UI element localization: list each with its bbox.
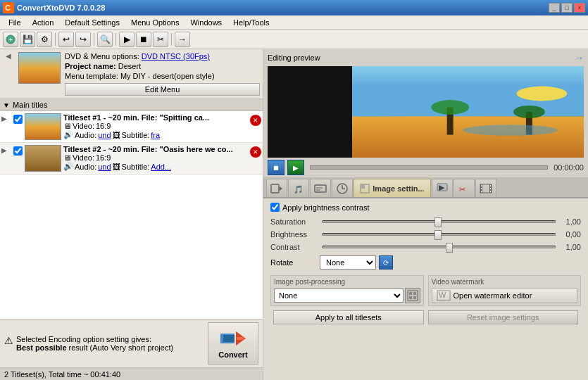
reset-image-button[interactable]: Reset image settings xyxy=(428,310,579,324)
rotate-select[interactable]: None 90° 180° 270° xyxy=(320,255,376,270)
title-1-checkbox[interactable] xyxy=(13,115,23,124)
contrast-track[interactable] xyxy=(323,246,556,248)
project-name-line: Project name: Desert xyxy=(65,62,260,70)
tab-audio[interactable]: 🎵 xyxy=(288,179,309,197)
toolbar-save[interactable]: 💾 xyxy=(20,32,35,47)
watermark-icon: W xyxy=(437,290,451,301)
title-1-subtitle-link[interactable]: fra xyxy=(151,131,160,139)
title-2-audio-link[interactable]: und xyxy=(98,163,111,171)
section-expand-arrow[interactable]: ▼ xyxy=(3,101,10,109)
saturation-track[interactable] xyxy=(323,220,556,223)
toolbar-settings[interactable]: ⚙ xyxy=(37,32,52,47)
video-icon: 🖥 xyxy=(63,122,71,130)
svg-rect-43 xyxy=(409,296,412,299)
menu-template-line: Menu template: My DIY - desert(open styl… xyxy=(65,72,260,80)
toolbar-play[interactable]: ▶ xyxy=(119,32,135,47)
toolbar-cut[interactable]: ✂ xyxy=(153,32,168,47)
title-2-remove-button[interactable]: ✕ xyxy=(250,146,261,158)
main-titles-header: ▼ Main titles xyxy=(0,99,263,111)
tab-subtitles[interactable] xyxy=(310,179,331,197)
title-1-expand[interactable]: ▶ xyxy=(1,113,11,122)
app-icon: C xyxy=(3,2,14,13)
title-1-remove-button[interactable]: ✕ xyxy=(250,115,261,126)
brightness-contrast-row: Apply brightness contrast xyxy=(270,203,581,212)
saturation-value: 1,00 xyxy=(558,217,581,226)
toolbar-redo[interactable]: ↪ xyxy=(75,32,91,47)
apply-brightness-checkbox[interactable] xyxy=(270,203,280,212)
svg-point-14 xyxy=(513,106,545,118)
dvd-options: ◀ DVD & Menu options: DVD NTSC (30Fps) P… xyxy=(0,49,263,99)
svg-rect-9 xyxy=(352,117,584,158)
svg-rect-26 xyxy=(361,184,365,189)
brightness-track[interactable] xyxy=(323,233,556,236)
preview-header: Editing preview → xyxy=(263,49,588,66)
toolbar-zoom[interactable]: 🔍 xyxy=(97,32,113,47)
footer-status: 2 Titleset(s), Total time ~ 00:41:40 xyxy=(0,367,263,380)
dvd-format-link[interactable]: DVD NTSC (30Fps) xyxy=(142,52,210,61)
title-2-checkbox[interactable] xyxy=(13,146,23,156)
title-1-audio: 🔊 Audio: und 🖼 Subtitle: fra xyxy=(63,130,248,139)
menu-default-settings[interactable]: Default Settings xyxy=(59,17,125,28)
tab-chapters[interactable] xyxy=(332,179,353,197)
rotate-action-button[interactable]: ⟳ xyxy=(379,255,393,270)
brightness-thumb[interactable] xyxy=(434,230,442,240)
seekbar[interactable] xyxy=(310,165,548,170)
stop-button[interactable]: ⏹ xyxy=(268,160,284,175)
apply-to-all-button[interactable]: Apply to all titlesets xyxy=(273,310,424,324)
tab-video[interactable] xyxy=(266,179,287,197)
toolbar-add[interactable]: + xyxy=(3,32,18,47)
maximize-button[interactable]: □ xyxy=(561,3,573,13)
bottom-bar: ⚠ Selected Encoding option setting gives… xyxy=(0,319,263,367)
rotate-row: Rotate None 90° 180° 270° ⟳ xyxy=(270,255,581,270)
menu-file[interactable]: File xyxy=(3,17,27,28)
post-processing-select[interactable]: None xyxy=(274,289,404,303)
preview-arrow-icon: → xyxy=(574,52,584,63)
dvd-info: DVD & Menu options: DVD NTSC (30Fps) Pro… xyxy=(65,52,260,96)
watermark-title: Video watermark xyxy=(432,278,578,286)
title-2-video: 🖥 Video: 16:9 xyxy=(63,153,248,162)
svg-rect-34 xyxy=(481,185,482,186)
tab-image-settings[interactable]: Image settin... xyxy=(354,179,431,197)
menu-help[interactable]: Help/Tools xyxy=(227,17,275,28)
status-text: Selected Encoding option setting gives: … xyxy=(16,335,173,352)
saturation-thumb[interactable] xyxy=(434,217,442,227)
brightness-row: Brightness 0,00 xyxy=(270,230,581,239)
tab-film[interactable] xyxy=(475,179,496,197)
title-2-expand[interactable]: ▶ xyxy=(1,145,11,154)
minimize-button[interactable]: _ xyxy=(549,3,560,13)
preview-black-left xyxy=(268,66,352,158)
svg-marker-17 xyxy=(280,186,282,191)
menu-options[interactable]: Menu Options xyxy=(125,17,184,28)
menu-windows[interactable]: Windows xyxy=(184,17,227,28)
svg-rect-38 xyxy=(490,188,491,189)
window-controls[interactable]: _ □ × xyxy=(549,3,585,13)
svg-rect-39 xyxy=(490,191,491,192)
post-processing-box: Image post-processing None xyxy=(270,275,424,306)
toolbar-next[interactable]: → xyxy=(175,32,190,47)
watermark-box: Video watermark W Open watermark editor xyxy=(428,275,582,306)
menu-action[interactable]: Action xyxy=(27,17,60,28)
contrast-thumb[interactable] xyxy=(446,243,453,253)
title-1-name: Titleset #1 - ~20 min. File: "Spitting c… xyxy=(63,113,248,122)
status-line2: result (Auto Very short project) xyxy=(67,343,174,352)
open-watermark-editor-button[interactable]: W Open watermark editor xyxy=(432,288,578,303)
toolbar: + 💾 ⚙ ↩ ↪ 🔍 ▶ ⏹ ✂ → xyxy=(0,30,588,49)
title-1-video-label: Video: xyxy=(73,122,94,130)
convert-button[interactable]: Convert xyxy=(208,322,258,365)
svg-rect-35 xyxy=(481,188,482,189)
preview-title: Editing preview xyxy=(268,53,320,62)
title-2-thumbnail xyxy=(25,145,61,172)
title-1-audio-link[interactable]: und xyxy=(98,131,111,139)
title-2-video-value: 16:9 xyxy=(96,153,111,162)
title-2-subtitle-link[interactable]: Add... xyxy=(151,163,171,171)
close-button[interactable]: × xyxy=(574,3,585,13)
toolbar-undo[interactable]: ↩ xyxy=(58,32,74,47)
play-button[interactable]: ▶ xyxy=(287,160,304,175)
post-processing-icon-button[interactable] xyxy=(405,288,420,303)
tab-advanced[interactable]: ▶ xyxy=(432,179,453,197)
edit-menu-button[interactable]: Edit Menu xyxy=(65,83,260,96)
svg-rect-19 xyxy=(315,185,326,192)
post-watermark-row: Image post-processing None Video waterma… xyxy=(270,275,581,306)
toolbar-stop[interactable]: ⏹ xyxy=(136,32,151,47)
tab-cut[interactable]: ✂ xyxy=(453,179,475,197)
